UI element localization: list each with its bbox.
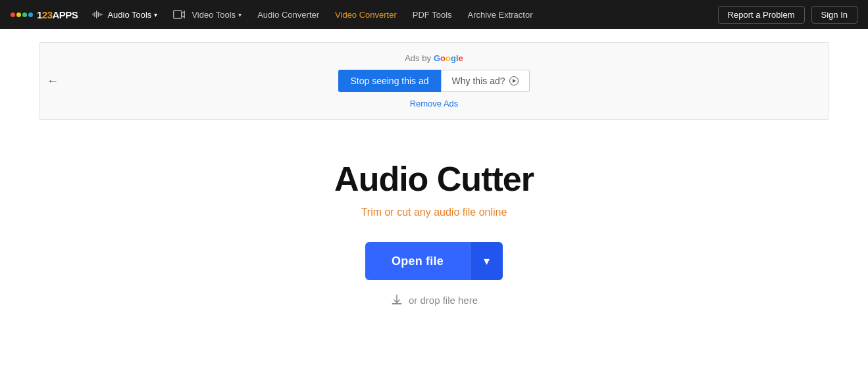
- svg-rect-1: [95, 12, 95, 17]
- ad-section: ← Ads by Google Stop seeing this ad Why …: [39, 42, 829, 120]
- remove-ads-link[interactable]: Remove Ads: [410, 99, 459, 109]
- svg-rect-4: [100, 13, 101, 16]
- svg-rect-0: [93, 13, 93, 16]
- svg-rect-2: [96, 11, 97, 18]
- logo-text: 123APPS: [37, 9, 78, 20]
- nav-video-tools[interactable]: Video Tools ▾: [166, 0, 248, 29]
- main-content: Audio Cutter Trim or cut any audio file …: [0, 133, 868, 346]
- page-title: Audio Cutter: [334, 159, 534, 199]
- ad-buttons: Stop seeing this ad Why this ad?: [338, 70, 529, 92]
- ads-by-google: Ads by Google: [405, 53, 463, 63]
- logo-dots: [11, 12, 33, 17]
- why-ad-label: Why this ad?: [452, 76, 505, 86]
- archive-extractor-label: Archive Extractor: [468, 10, 533, 20]
- dot-red: [11, 12, 15, 17]
- dot-yellow: [16, 12, 21, 17]
- nav-audio-tools[interactable]: Audio Tools ▾: [86, 0, 164, 29]
- video-tools-chevron: ▾: [238, 11, 242, 18]
- audio-waveform-icon: [92, 9, 103, 20]
- logo-accent: 23: [42, 9, 53, 20]
- drop-file-icon: [390, 293, 403, 306]
- video-icon: [173, 10, 185, 19]
- open-file-dropdown-button[interactable]: ▾: [470, 242, 503, 280]
- open-file-container: Open file ▾: [365, 242, 503, 280]
- logo[interactable]: 123APPS: [11, 9, 78, 20]
- open-file-button[interactable]: Open file: [365, 242, 470, 280]
- svg-rect-7: [392, 303, 401, 304]
- navbar: 123APPS Audio Tools ▾ Video Tools ▾: [0, 0, 868, 29]
- video-tools-label: Video Tools: [191, 10, 236, 20]
- svg-rect-3: [98, 12, 99, 17]
- video-converter-label: Video Converter: [335, 10, 397, 20]
- page-subtitle: Trim or cut any audio file online: [361, 207, 507, 218]
- dot-green: [22, 12, 27, 17]
- svg-rect-5: [101, 14, 102, 16]
- dot-blue: [28, 12, 33, 17]
- ad-back-arrow[interactable]: ←: [47, 74, 59, 88]
- nav-pdf-tools[interactable]: PDF Tools: [406, 0, 459, 29]
- why-this-ad-button[interactable]: Why this ad?: [441, 70, 530, 92]
- ads-by-label: Ads by: [405, 53, 431, 63]
- audio-converter-label: Audio Converter: [257, 10, 319, 20]
- drop-file-label: or drop file here: [409, 295, 478, 306]
- nav-audio-converter[interactable]: Audio Converter: [251, 0, 326, 29]
- pdf-tools-label: PDF Tools: [413, 10, 452, 20]
- stop-seeing-ad-button[interactable]: Stop seeing this ad: [338, 70, 440, 92]
- svg-rect-6: [174, 11, 182, 18]
- report-problem-button[interactable]: Report a Problem: [718, 6, 805, 24]
- nav-archive-extractor[interactable]: Archive Extractor: [461, 0, 540, 29]
- sign-in-button[interactable]: Sign In: [811, 6, 857, 24]
- play-icon: [509, 76, 519, 85]
- audio-tools-label: Audio Tools: [107, 10, 151, 20]
- google-logo: Google: [434, 53, 463, 63]
- drop-file-hint: or drop file here: [390, 293, 478, 306]
- nav-video-converter[interactable]: Video Converter: [328, 0, 403, 29]
- dropdown-chevron-icon: ▾: [484, 254, 490, 268]
- audio-tools-chevron: ▾: [154, 11, 157, 18]
